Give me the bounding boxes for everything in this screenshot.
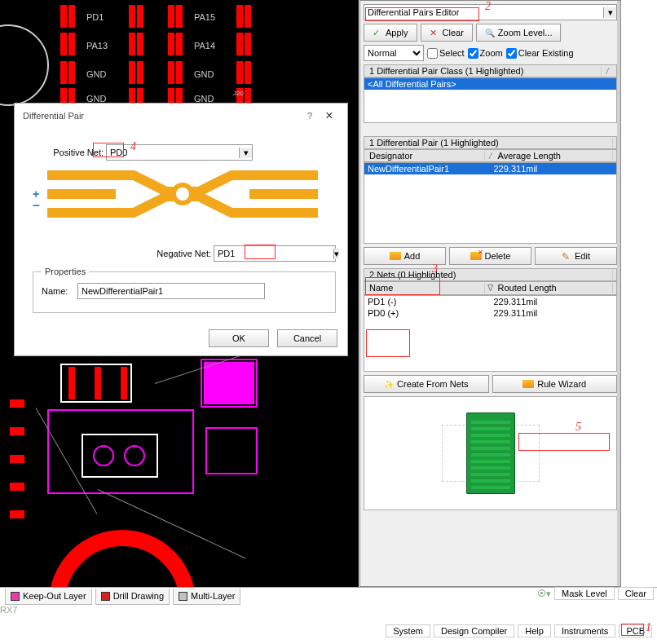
select-checkbox[interactable]: Select [427,48,465,59]
properties-legend: Properties [42,267,89,276]
layer-tab-multi[interactable]: Multi-Layer [173,589,240,605]
pcb-label: PA14 [194,41,215,51]
pcb-label: GND [194,69,214,79]
class-row[interactable]: <All Differential Pairs> [364,78,616,90]
clear-existing-checkbox[interactable]: Clear Existing [506,48,574,59]
ok-button[interactable]: OK [209,329,269,347]
chevron-down-icon[interactable]: ▾ [603,7,616,18]
add-button[interactable]: Add [364,247,446,265]
check-icon [373,28,382,37]
add-icon [390,252,401,260]
pair-list-columns[interactable]: Designator / Average Length [364,149,617,162]
pcb-label: RX7 [0,605,17,615]
clear-button[interactable]: Clear [421,24,473,42]
panel-resize-handle[interactable] [617,1,620,586]
status-help[interactable]: Help [518,624,551,637]
preview-pane[interactable] [364,396,617,510]
rule-wizard-button[interactable]: Rule Wizard [492,375,618,393]
status-bar: System Design Compiler Help Instruments … [386,624,652,637]
swatch-icon [101,592,110,601]
net-row[interactable]: PD1 (-) 229.311mil [364,296,616,307]
magnifier-icon [485,28,495,37]
nets-list-columns[interactable]: Name ∇ Routed Length [364,281,617,295]
snap-menu-icon[interactable]: ⦿▾ [537,589,551,599]
edit-button[interactable]: Edit [535,247,617,265]
sort-desc-icon[interactable]: ∇ [485,283,496,293]
panel-mode-selector[interactable]: ▾ [364,4,617,20]
cancel-button[interactable]: Cancel [277,329,337,347]
class-list[interactable]: <All Differential Pairs> [364,77,617,123]
status-pcb[interactable]: PCB [619,624,652,637]
svg-point-0 [174,185,192,203]
negative-net-label: Negative Net: [157,249,214,258]
swatch-icon [179,592,187,601]
zoom-level-button[interactable]: Zoom Level... [476,24,562,42]
pcb-label: GND [86,69,106,79]
differential-pair-dialog: Differential Pair ? × Positive Net: ▾ + [14,103,348,356]
clear-mask-button[interactable]: Clear [618,587,654,600]
create-from-nets-button[interactable]: Create From Nets [364,375,489,393]
pcb-label: PA15 [194,12,215,22]
class-list-header: 1 Differential Pair Class (1 Highlighted… [364,64,617,77]
pair-name-input[interactable] [77,283,265,299]
negative-net-combo[interactable]: ▾ [214,245,336,262]
name-label: Name: [42,286,77,296]
edit-icon [562,251,571,261]
chevron-down-icon[interactable]: ▾ [333,249,339,259]
zoom-checkbox[interactable]: Zoom [468,48,503,59]
layer-tab-drill[interactable]: Drill Drawing [95,589,170,605]
diffpair-graphic: + – [33,165,336,237]
pcb-thumbnail-icon [466,412,515,494]
close-icon[interactable]: × [320,104,339,128]
wizard-icon [523,380,534,388]
pair-list[interactable]: NewDifferentialPair1 229.311mil [364,162,617,244]
status-instruments[interactable]: Instruments [554,624,615,637]
minus-icon: – [33,198,40,212]
nets-list-title: 2 Nets (0 Highlighted) [364,268,617,281]
mask-level-button[interactable]: Mask Level [554,587,615,600]
pair-list-title: 1 Differential Pair (1 Highlighted) [364,136,617,149]
negative-net-input[interactable] [214,246,333,261]
status-design-compiler[interactable]: Design Compiler [434,624,514,637]
x-icon [430,28,439,37]
positive-net-input[interactable] [107,145,239,160]
layer-tab-keepout[interactable]: Keep-Out Layer [5,589,92,605]
properties-fieldset: Properties Name: [33,267,336,313]
pcb-label: PD1 [86,12,104,22]
pair-row[interactable]: NewDifferentialPair1 229.311mil [364,163,616,174]
net-row[interactable]: PD0 (+) 229.311mil [364,307,616,319]
pcb-label: PA13 [86,41,108,51]
nets-list[interactable]: PD1 (-) 229.311mil PD0 (+) 229.311mil [364,295,617,372]
sparkle-icon [384,379,394,389]
delete-button[interactable]: Delete [449,247,531,265]
positive-net-combo[interactable]: ▾ [106,144,253,161]
chevron-down-icon[interactable]: ▾ [239,148,252,158]
panel-mode-value[interactable] [364,5,603,20]
swatch-icon [11,592,20,601]
dialog-title-text: Differential Pair [23,104,300,128]
status-system[interactable]: System [386,624,430,637]
help-icon[interactable]: ? [300,104,320,128]
apply-button[interactable]: Apply [364,24,417,42]
positive-net-label: Positive Net: [33,148,106,157]
display-mode-select[interactable]: Normal [364,45,424,61]
dialog-titlebar[interactable]: Differential Pair ? × [15,104,347,128]
pcb-label: J20 [233,90,244,97]
delete-icon [470,252,482,260]
pcb-panel: ▾ Apply Clear Zoom Level... Normal Selec… [359,0,621,587]
